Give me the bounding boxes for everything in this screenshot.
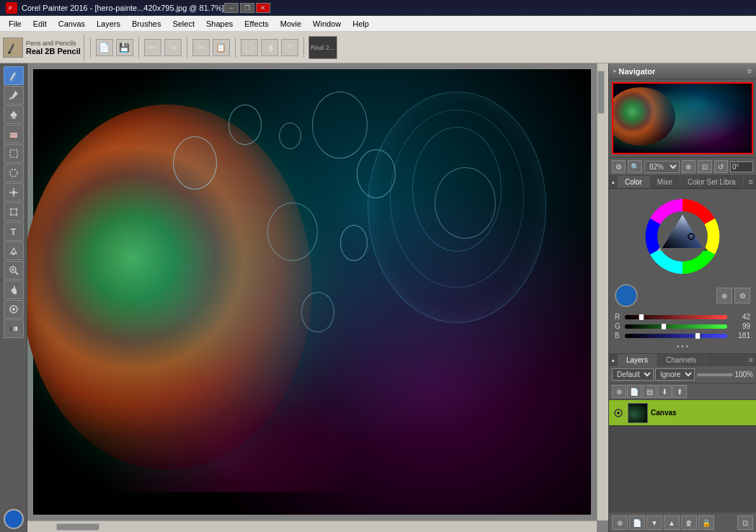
move-down-btn[interactable]: ⬇	[657, 385, 672, 398]
pen-tool-btn[interactable]	[4, 241, 24, 260]
menu-effects[interactable]: Effects	[239, 18, 274, 30]
menu-canvas[interactable]: Canvas	[53, 18, 91, 30]
restore-button[interactable]: ❐	[240, 3, 254, 13]
vertical-scrollbar[interactable]	[597, 63, 608, 520]
color-panel-menu[interactable]: ≡	[746, 176, 756, 188]
gradient-btn[interactable]	[4, 319, 24, 338]
dropper-tool-btn[interactable]	[4, 86, 24, 105]
lb-down-btn[interactable]: ▼	[646, 515, 662, 530]
nav-zoom-in-btn[interactable]: ⊕	[682, 160, 695, 173]
new-button[interactable]: 📄	[96, 39, 113, 56]
g-thumb[interactable]	[661, 323, 667, 330]
lb-expand-btn[interactable]: ⊡	[737, 515, 753, 530]
tab-color-set[interactable]: Color Set Libra	[680, 176, 744, 188]
hand-tool-btn[interactable]	[4, 280, 24, 299]
canvas-area[interactable]	[27, 63, 608, 532]
undo-button[interactable]: ↩	[144, 39, 161, 56]
transform-btn[interactable]	[4, 203, 24, 221]
color-swatch-bottom[interactable]	[4, 509, 24, 529]
paste-button[interactable]: 📋	[213, 39, 230, 56]
navigator-thumbnail[interactable]	[612, 82, 753, 154]
opacity-value: 100%	[734, 371, 753, 378]
duplicate-layer-btn[interactable]: 📄	[627, 385, 641, 398]
tab-channels[interactable]: Channels	[657, 354, 706, 366]
composite-mode-select[interactable]: Ignore	[655, 368, 695, 381]
brush-tool-btn[interactable]	[4, 66, 24, 85]
paint-bucket-btn[interactable]	[4, 105, 24, 124]
eraser-tool-btn[interactable]	[4, 125, 24, 143]
new-layer-btn[interactable]: ⊕	[612, 385, 626, 398]
b-thumb[interactable]	[695, 332, 701, 340]
r-thumb[interactable]	[639, 314, 644, 321]
lasso-btn[interactable]	[4, 164, 24, 182]
menu-shapes[interactable]: Shapes	[200, 18, 239, 30]
nav-reset-btn[interactable]: ↺	[714, 160, 728, 173]
zoom-tool-btn[interactable]	[4, 261, 24, 280]
color-more-btn[interactable]: • • •	[615, 341, 750, 352]
menu-select[interactable]: Select	[166, 18, 200, 30]
cut-button[interactable]: ✂	[192, 39, 210, 56]
main-layout: T	[0, 63, 756, 532]
toolbar-separator-2	[138, 37, 139, 58]
layers-collapse[interactable]: ▪	[609, 354, 618, 366]
color-extra-1[interactable]: ⊕	[716, 288, 732, 303]
b-slider[interactable]	[625, 334, 727, 338]
lb-new-btn[interactable]: ⊕	[612, 515, 628, 530]
magic-wand-btn[interactable]	[4, 183, 24, 202]
redo-button[interactable]: ↪	[164, 39, 182, 56]
color-options-btn[interactable]: ⚙	[734, 288, 750, 303]
selection-rect-btn[interactable]	[4, 144, 24, 163]
tab-mixer[interactable]: Mixe	[650, 176, 680, 188]
b-value: 181	[730, 332, 750, 340]
g-slider[interactable]	[625, 324, 727, 329]
layer-lock-icon[interactable]: ✓	[742, 407, 753, 419]
help-button[interactable]: ?	[281, 39, 298, 56]
menu-brushes[interactable]: Brushes	[126, 18, 166, 30]
brush-icon	[3, 37, 23, 58]
color-panel-collapse[interactable]: ▪	[609, 176, 618, 188]
foreground-color-swatch[interactable]	[615, 284, 638, 307]
navigator-menu-icon[interactable]: ≡	[747, 67, 752, 75]
menu-layers[interactable]: Layers	[91, 18, 126, 30]
navigator-collapse-icon[interactable]: ▪	[613, 67, 616, 75]
color-picker-btn[interactable]	[4, 300, 24, 319]
scroll-thumb-y[interactable]	[597, 71, 605, 114]
tab-color[interactable]: Color	[618, 176, 650, 188]
brush-options-2[interactable]: ◑	[261, 39, 278, 56]
nav-settings-btn[interactable]: ⚙	[612, 160, 626, 173]
toolbar: Pens and Pencils Real 2B Pencil 📄 💾 ↩ ↪ …	[0, 32, 756, 63]
color-wheel-svg[interactable]	[639, 193, 726, 280]
nav-fit-btn[interactable]: ⊡	[698, 160, 711, 173]
tab-layers[interactable]: Layers	[618, 354, 657, 366]
close-button[interactable]: ✕	[256, 3, 270, 13]
move-up-btn[interactable]: ⬆	[672, 385, 687, 398]
text-tool-btn[interactable]: T	[4, 222, 24, 241]
layer-item-canvas[interactable]: Canvas ✓	[609, 400, 756, 426]
menu-file[interactable]: File	[3, 18, 27, 30]
menu-edit[interactable]: Edit	[27, 18, 53, 30]
menu-movie[interactable]: Movie	[275, 18, 307, 30]
scroll-thumb-x[interactable]	[56, 523, 99, 531]
nav-zoom-out-btn[interactable]: 🔍	[628, 160, 641, 173]
opacity-slider[interactable]	[697, 373, 733, 376]
nav-rotation-input[interactable]	[730, 161, 753, 172]
layer-visibility-btn[interactable]	[612, 407, 625, 420]
group-layer-btn[interactable]: ▤	[642, 385, 657, 398]
nav-zoom-select[interactable]: 82%	[644, 161, 680, 173]
r-label: R	[615, 313, 622, 321]
minimize-button[interactable]: −	[224, 3, 239, 13]
horizontal-scrollbar[interactable]	[27, 520, 597, 532]
lb-up-btn[interactable]: ▲	[664, 515, 680, 530]
lb-copy-btn[interactable]: 📄	[629, 515, 645, 530]
b-slider-row: B 181	[615, 332, 750, 340]
menu-help[interactable]: Help	[347, 18, 375, 30]
blend-mode-select[interactable]: Default	[612, 368, 654, 381]
r-slider[interactable]	[625, 315, 727, 319]
lb-lock-btn[interactable]: 🔒	[698, 515, 714, 530]
save-button[interactable]: 💾	[116, 39, 133, 56]
layers-menu-btn[interactable]: ≡	[746, 354, 756, 366]
lb-delete-btn[interactable]: 🗑	[681, 515, 697, 530]
canvas-document[interactable]	[33, 69, 591, 515]
brush-options-1[interactable]: ◯	[241, 39, 258, 56]
menu-window[interactable]: Window	[307, 18, 347, 30]
